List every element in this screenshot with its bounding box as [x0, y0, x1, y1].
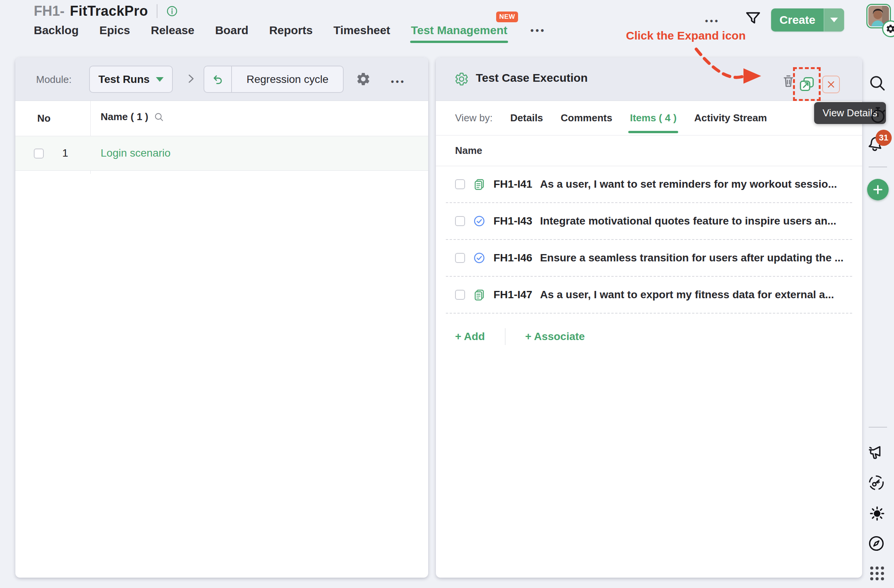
new-badge: NEW — [496, 12, 518, 22]
test-case-execution-panel: Test Case Execution View by: Details Com… — [436, 58, 862, 578]
module-dropdown[interactable]: Test Runs — [89, 66, 173, 93]
tab-items[interactable]: Items ( 4 ) — [630, 101, 676, 135]
close-icon[interactable] — [822, 76, 840, 93]
notifications-bell-icon[interactable]: 31 — [865, 133, 886, 154]
create-dropdown-button[interactable] — [824, 8, 844, 31]
divider — [505, 328, 505, 345]
test-runs-panel: Module: Test Runs Regression cycle ••• N… — [15, 58, 428, 578]
module-label: Module: — [36, 74, 72, 86]
list-item[interactable]: FH1-I47 As a user, I want to export my f… — [446, 277, 852, 314]
expand-icon[interactable] — [798, 76, 815, 92]
tab-board[interactable]: Board — [215, 24, 248, 37]
panel-title: Test Case Execution — [476, 71, 588, 84]
test-runs-panel-header: Module: Test Runs Regression cycle ••• — [15, 58, 428, 101]
column-header-name: Name ( 1 ) — [101, 111, 164, 123]
list-item[interactable]: FH1-I41 As a user, I want to set reminde… — [446, 166, 852, 203]
announcements-megaphone-icon[interactable] — [866, 441, 887, 463]
divider — [157, 4, 157, 18]
expand-highlight-box — [793, 67, 821, 101]
item-title: As a user, I want to export my fitness d… — [540, 289, 834, 301]
execution-gear-icon — [454, 72, 469, 86]
items-column-header: Name — [436, 135, 862, 166]
item-title: Ensure a seamless transition for users a… — [540, 252, 843, 264]
tab-reports[interactable]: Reports — [269, 24, 313, 37]
cycle-selector: Regression cycle — [204, 66, 344, 93]
user-avatar[interactable] — [866, 4, 891, 28]
tab-timesheet[interactable]: Timesheet — [333, 24, 390, 37]
table-row[interactable]: 1 Login scenario — [15, 136, 428, 171]
annotation-text: Click the Expand icon — [626, 29, 746, 42]
story-icon — [473, 288, 486, 301]
item-id: FH1-I47 — [493, 289, 532, 301]
row-checkbox[interactable] — [34, 149, 44, 159]
associate-button[interactable]: + Associate — [525, 330, 585, 343]
cycle-name[interactable]: Regression cycle — [232, 73, 343, 86]
list-item[interactable]: FH1-I46 Ensure a seamless transition for… — [446, 240, 852, 277]
row-number: 1 — [62, 147, 68, 159]
add-button[interactable]: + Add — [455, 330, 485, 343]
project-code: FH1- — [34, 3, 65, 19]
row-checkbox[interactable] — [455, 179, 465, 189]
tab-backlog[interactable]: Backlog — [34, 24, 79, 37]
tab-details[interactable]: Details — [510, 101, 543, 135]
row-checkbox[interactable] — [455, 253, 465, 263]
view-by-tabs: View by: Details Comments Items ( 4 ) Ac… — [436, 101, 862, 135]
timer-icon[interactable] — [867, 104, 889, 126]
search-icon[interactable] — [154, 112, 164, 122]
add-new-button[interactable] — [867, 179, 889, 200]
item-id: FH1-I41 — [493, 178, 532, 190]
settings-gear-icon[interactable] — [882, 20, 894, 37]
tab-test-management[interactable]: Test Management NEW — [411, 24, 507, 37]
project-name: FitTrackPro — [70, 3, 148, 19]
nav-more-button[interactable]: ••• — [530, 25, 546, 36]
list-item[interactable]: FH1-I43 Integrate motivational quotes fe… — [446, 203, 852, 240]
explore-compass-icon[interactable] — [866, 533, 887, 554]
task-check-icon — [473, 215, 486, 228]
chevron-down-icon — [830, 18, 838, 22]
search-icon[interactable] — [866, 72, 888, 94]
row-checkbox[interactable] — [455, 290, 465, 300]
items-list: FH1-I41 As a user, I want to set reminde… — [446, 166, 852, 314]
create-button-label[interactable]: Create — [771, 8, 824, 31]
test-case-execution-header: Test Case Execution — [436, 58, 862, 101]
gear-icon[interactable] — [356, 71, 371, 87]
story-icon — [473, 178, 486, 191]
view-by-label: View by: — [455, 112, 493, 124]
back-undo-icon[interactable] — [204, 66, 232, 92]
module-dropdown-value: Test Runs — [98, 73, 149, 86]
breadcrumb-chevron-icon — [184, 72, 197, 85]
notification-count-badge: 31 — [876, 130, 892, 146]
chevron-down-icon — [156, 77, 164, 82]
theme-sun-icon[interactable] — [866, 503, 888, 524]
divider — [869, 167, 887, 167]
apps-grid-icon[interactable] — [866, 563, 888, 584]
item-id: FH1-I43 — [493, 215, 532, 227]
tab-comments[interactable]: Comments — [561, 101, 612, 135]
main-nav: Backlog Epics Release Board Reports Time… — [34, 24, 546, 37]
header-more-button[interactable]: ••• — [705, 16, 720, 26]
item-title: As a user, I want to set reminders for m… — [540, 178, 837, 190]
test-run-link[interactable]: Login scenario — [101, 147, 171, 159]
project-title: FH1- FitTrackPro — [34, 3, 178, 19]
row-checkbox[interactable] — [455, 216, 465, 226]
item-title: Integrate motivational quotes feature to… — [540, 215, 836, 227]
info-icon[interactable] — [166, 5, 178, 17]
panel-more-button[interactable]: ••• — [391, 77, 406, 87]
test-runs-table-header: No Name ( 1 ) — [15, 101, 428, 136]
tab-activity-stream[interactable]: Activity Stream — [694, 101, 767, 135]
task-check-icon — [473, 251, 486, 264]
tab-epics[interactable]: Epics — [99, 24, 130, 37]
tab-release[interactable]: Release — [151, 24, 194, 37]
create-button[interactable]: Create — [771, 8, 844, 31]
items-actions: + Add + Associate — [455, 328, 585, 345]
access-key-icon[interactable] — [866, 472, 887, 494]
divider — [869, 427, 887, 428]
item-id: FH1-I46 — [493, 252, 532, 264]
column-header-no: No — [37, 112, 51, 124]
